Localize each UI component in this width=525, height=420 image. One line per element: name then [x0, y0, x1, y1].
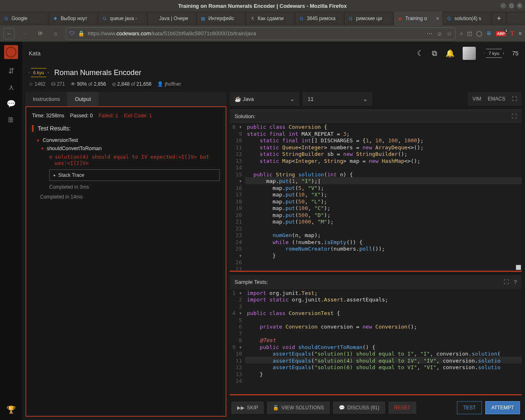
account-icon[interactable]: ◯	[476, 30, 482, 37]
tests-editor[interactable]: 1 ▾2 3 4 ▾5 6 7 8 9 ▾10 11 12 13 14 impo…	[230, 289, 522, 394]
stat-stars: ☆ 1462	[29, 81, 46, 87]
kata-nav-link[interactable]: Kata	[29, 50, 41, 57]
docs-icon[interactable]: 🗎	[7, 116, 15, 124]
close-tab-icon[interactable]: ×	[436, 15, 439, 22]
output-failed: Failed: 1	[98, 113, 118, 119]
tab-label: solution(4) s	[454, 16, 481, 21]
attempt-button[interactable]: ATTEMPT	[485, 401, 520, 414]
top-nav: Kata ☾ ⧉ 🔔 7 kyu 75	[22, 42, 525, 65]
stack-trace-toggle[interactable]: ▸Stack Trace	[49, 169, 220, 181]
maximize-icon[interactable]: ▢	[509, 3, 514, 9]
reset-button[interactable]: RESET	[388, 402, 416, 414]
tab-label: 3645 римска	[307, 16, 336, 21]
menu-icon[interactable]: ≡	[518, 30, 522, 37]
tab-label: Google	[11, 16, 27, 21]
codewars-logo-icon[interactable]	[4, 45, 18, 59]
version-select[interactable]: 11⌄	[303, 92, 372, 106]
help-icon[interactable]: ?	[514, 279, 517, 285]
browser-tab[interactable]: G3645 римска	[295, 11, 345, 25]
favicon-icon: G	[102, 16, 107, 21]
tests-header: Sample Tests:	[235, 279, 268, 285]
close-window-icon[interactable]: ✕	[517, 3, 523, 9]
url-text: https://www.codewars.com/kata/51b62bf6a9…	[88, 30, 256, 37]
kata-rank-badge: 6 kyu	[29, 68, 48, 77]
browser-tab[interactable]: Gqueue java -	[98, 11, 148, 25]
freestyle-icon[interactable]: ⋏	[9, 83, 14, 92]
browser-tab[interactable]: ◉Training o×	[394, 11, 443, 25]
favicon-icon: ◉	[397, 16, 403, 21]
output-time: Time: 3258ms	[32, 113, 64, 119]
browser-tabstrip: GGoogle❖Выбор ноутGqueue java - Java | О…	[0, 11, 525, 25]
favicon-icon: ▤	[200, 16, 206, 21]
favicon-icon: ⵅ	[249, 16, 255, 21]
test-button[interactable]: TEST	[457, 401, 482, 414]
stat-attempts: ◎ 2,848 of 21,658	[112, 81, 152, 87]
browser-tab[interactable]: ▤Интерфейс	[197, 11, 246, 25]
editor-mode-vim[interactable]: VIM	[472, 96, 481, 102]
address-bar[interactable]: 🛡 🔒 https://www.codewars.com/kata/51b62b…	[66, 27, 456, 40]
protection-icon[interactable]: ⛨	[486, 30, 492, 37]
leaderboard-icon[interactable]: 🏆	[7, 405, 16, 420]
fullscreen-icon[interactable]: ⛶	[512, 96, 517, 102]
tab-label: Java | Очере	[159, 16, 188, 21]
kata-author[interactable]: 👤 jhoffner	[157, 81, 181, 87]
shield-icon[interactable]: 🛡	[69, 30, 75, 37]
solution-editor[interactable]: 8 ▾9 10 11 12 13 14 15 ▾16 17 18 19 20 2…	[230, 123, 522, 271]
expand-editor-icon[interactable]: ⛶	[511, 113, 517, 119]
page-action-icon[interactable]: ⋯	[427, 30, 432, 37]
practice-icon[interactable]: ⇵	[8, 66, 14, 75]
favicon-icon: G	[446, 16, 452, 21]
minimize-icon[interactable]: –	[500, 3, 506, 9]
home-icon[interactable]: ⌂	[50, 28, 62, 39]
favicon-icon: G	[299, 16, 304, 21]
abp-icon[interactable]: ABP	[496, 31, 506, 36]
output-tabs: Instructions Output	[25, 92, 226, 106]
browser-tab[interactable]: GGoogle	[0, 11, 49, 25]
notifications-icon[interactable]: 🔔	[445, 49, 454, 58]
tool-icon[interactable]: T	[510, 30, 515, 37]
tab-output[interactable]: Output	[67, 92, 98, 106]
theme-toggle-icon[interactable]: ☾	[417, 49, 424, 58]
action-bar: ▶▶ SKIP 🔓 VIEW SOLUTIONS 💬 DISCUSS (91) …	[230, 399, 522, 417]
tab-label: queue java -	[110, 16, 137, 21]
stat-completion: 👁 90% of 2,856	[71, 81, 106, 87]
error-icon: ⊘	[49, 154, 52, 166]
editor-mode-emacs[interactable]: EMACS	[488, 96, 505, 102]
test-case-node[interactable]: ▼shouldConvertToRoman	[40, 146, 220, 151]
nav-back-icon[interactable]: ←	[3, 28, 15, 39]
bookmark-star-icon[interactable]: ☆	[447, 30, 452, 37]
browser-tab[interactable]: ⵅКак сдампи	[246, 11, 295, 25]
chevron-down-icon: ⌄	[363, 96, 368, 102]
output-exit-code: Exit Code: 1	[124, 113, 152, 119]
stat-collections: ⛁ 271	[51, 81, 65, 87]
discuss-button[interactable]: 💬 DISCUSS (91)	[333, 402, 385, 414]
honor-points: 75	[512, 50, 518, 57]
browser-tab[interactable]: ❖Выбор ноут	[49, 11, 98, 25]
skip-button[interactable]: ▶▶ SKIP	[231, 402, 264, 414]
new-tab-button[interactable]: +	[492, 11, 506, 25]
view-solutions-button[interactable]: 🔓 VIEW SOLUTIONS	[267, 402, 329, 414]
library-icon[interactable]: ⑃	[460, 30, 463, 37]
browser-tab[interactable]: Gsolution(4) s	[443, 11, 492, 25]
bookmarks-icon[interactable]: ⧉	[432, 49, 437, 58]
browser-tab[interactable]: Gримские ци	[345, 11, 394, 25]
app-sidebar: ⇵ ⋏ 💬 🗎 🏆	[0, 42, 22, 420]
tab-label: римские ци	[356, 16, 382, 21]
completed-inner: Completed in 3ms	[40, 184, 220, 190]
completed-outer: Completed in 14ms	[36, 194, 220, 200]
nav-forward-icon: →	[19, 28, 30, 39]
output-panel: Time: 3258ms Passed: 0 Failed: 1 Exit Co…	[25, 106, 226, 417]
language-select[interactable]: ☕ Java⌄	[230, 92, 299, 106]
test-suite-node[interactable]: ▼ConversionTest	[36, 137, 220, 143]
tab-label: Training o	[405, 16, 427, 21]
sidebar-toggle-icon[interactable]: ◫	[467, 30, 472, 37]
tab-instructions[interactable]: Instructions	[25, 92, 67, 106]
expand-tests-icon[interactable]: ⛶	[504, 279, 509, 285]
reader-icon[interactable]: ☺	[436, 30, 442, 37]
chat-icon[interactable]: 💬	[7, 99, 16, 108]
avatar[interactable]	[463, 47, 476, 60]
browser-tab[interactable]: Java | Очере	[148, 11, 197, 25]
favicon-icon: G	[348, 16, 354, 21]
window-title: Training on Roman Numerals Encoder | Cod…	[178, 3, 347, 9]
reload-icon[interactable]: ⟳	[34, 28, 46, 39]
